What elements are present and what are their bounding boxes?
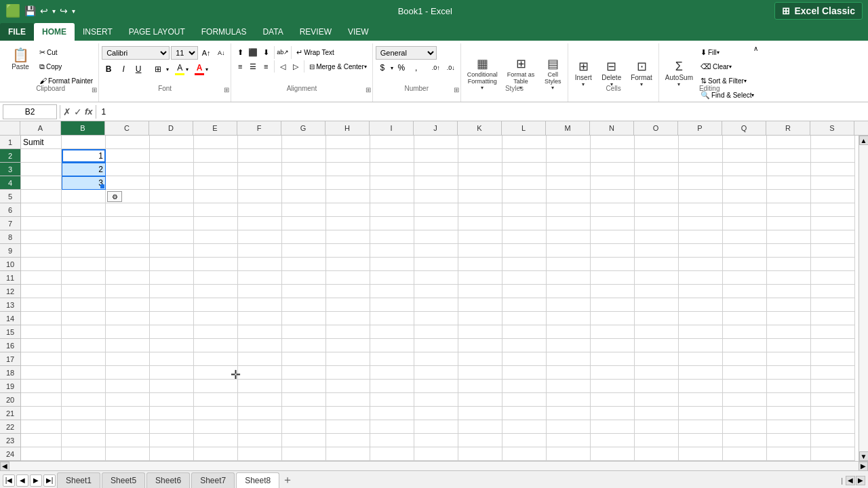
clear-dropdown-icon[interactable]: ▾ xyxy=(729,64,732,70)
cell-L21[interactable] xyxy=(502,407,547,420)
cell-G19[interactable] xyxy=(282,380,326,393)
cell-F14[interactable] xyxy=(238,312,282,325)
cell-O9[interactable] xyxy=(635,244,679,258)
cell-G15[interactable] xyxy=(282,325,326,339)
cell-Q19[interactable] xyxy=(723,380,767,393)
cancel-button[interactable]: ✗ xyxy=(63,106,71,117)
cell-D3[interactable] xyxy=(150,163,194,176)
cell-G6[interactable] xyxy=(282,203,326,217)
cell-F12[interactable] xyxy=(238,285,282,298)
cell-R23[interactable] xyxy=(767,434,811,447)
undo-icon[interactable]: ↩ xyxy=(40,5,48,16)
cell-N16[interactable] xyxy=(591,339,635,352)
cell-F21[interactable] xyxy=(238,407,282,420)
col-header-G[interactable]: G xyxy=(281,121,326,135)
cell-E10[interactable] xyxy=(194,258,238,271)
cell-C2[interactable] xyxy=(106,149,150,163)
cell-C18[interactable] xyxy=(106,366,150,380)
cell-A8[interactable] xyxy=(21,230,62,244)
cell-F3[interactable] xyxy=(238,163,282,176)
cell-M20[interactable] xyxy=(547,393,591,407)
cell-C3[interactable] xyxy=(106,163,150,176)
cell-N5[interactable] xyxy=(591,190,635,203)
cell-N4[interactable] xyxy=(591,176,635,190)
cell-N18[interactable] xyxy=(591,366,635,380)
cell-G17[interactable] xyxy=(282,352,326,366)
col-header-J[interactable]: J xyxy=(414,121,458,135)
cell-H23[interactable] xyxy=(326,434,370,447)
h-scrollbar-track[interactable] xyxy=(9,462,859,470)
cell-D2[interactable] xyxy=(150,149,194,163)
cell-B2[interactable]: 1 xyxy=(62,149,106,163)
cell-Q24[interactable] xyxy=(723,447,767,461)
paste-button[interactable]: 📋 Paste xyxy=(5,46,35,73)
cell-D10[interactable] xyxy=(150,258,194,271)
cell-S12[interactable] xyxy=(811,285,855,298)
cell-C5[interactable]: ⚙ xyxy=(106,190,150,203)
cell-D11[interactable] xyxy=(150,271,194,285)
cell-L2[interactable] xyxy=(502,149,547,163)
cell-Q4[interactable] xyxy=(723,176,767,190)
cell-G14[interactable] xyxy=(282,312,326,325)
cell-D5[interactable] xyxy=(150,190,194,203)
cell-E5[interactable] xyxy=(194,190,238,203)
cell-E7[interactable] xyxy=(194,217,238,230)
cell-L4[interactable] xyxy=(502,176,547,190)
cell-B15[interactable] xyxy=(62,325,106,339)
cell-F11[interactable] xyxy=(238,271,282,285)
cell-H11[interactable] xyxy=(326,271,370,285)
cell-E4[interactable] xyxy=(194,176,238,190)
cell-F7[interactable] xyxy=(238,217,282,230)
cell-S20[interactable] xyxy=(811,393,855,407)
cell-H15[interactable] xyxy=(326,325,370,339)
number-expand-icon[interactable]: ⊞ xyxy=(454,86,459,94)
cell-Q5[interactable] xyxy=(723,190,767,203)
cell-K4[interactable] xyxy=(458,176,502,190)
cell-L12[interactable] xyxy=(502,285,547,298)
fill-color-dropdown-icon[interactable]: ▾ xyxy=(186,66,189,73)
cell-R5[interactable] xyxy=(767,190,811,203)
cell-N21[interactable] xyxy=(591,407,635,420)
cell-H24[interactable] xyxy=(326,447,370,461)
cell-F19[interactable] xyxy=(238,380,282,393)
row-header-19[interactable]: 19 xyxy=(0,380,20,393)
cell-N13[interactable] xyxy=(591,298,635,312)
cell-E6[interactable] xyxy=(194,203,238,217)
col-header-A[interactable]: A xyxy=(20,121,61,135)
cell-S21[interactable] xyxy=(811,407,855,420)
cell-Q10[interactable] xyxy=(723,258,767,271)
cell-L7[interactable] xyxy=(502,217,547,230)
cell-M24[interactable] xyxy=(547,447,591,461)
cell-L10[interactable] xyxy=(502,258,547,271)
tab-view[interactable]: VIEW xyxy=(340,23,377,41)
cell-O5[interactable] xyxy=(635,190,679,203)
cell-L20[interactable] xyxy=(502,393,547,407)
cell-B18[interactable] xyxy=(62,366,106,380)
cell-A1[interactable]: Sumit xyxy=(21,136,62,149)
cell-C12[interactable] xyxy=(106,285,150,298)
cell-R10[interactable] xyxy=(767,258,811,271)
cell-N24[interactable] xyxy=(591,447,635,461)
cell-F6[interactable] xyxy=(238,203,282,217)
cell-D18[interactable] xyxy=(150,366,194,380)
col-header-F[interactable]: F xyxy=(237,121,281,135)
cell-D8[interactable] xyxy=(150,230,194,244)
underline-button[interactable]: U xyxy=(132,62,145,76)
cell-K21[interactable] xyxy=(458,407,502,420)
cell-I4[interactable] xyxy=(370,176,414,190)
cell-J2[interactable] xyxy=(414,149,458,163)
horizontal-scrollbar[interactable]: ◀ ▶ xyxy=(0,461,868,470)
cell-E12[interactable] xyxy=(194,285,238,298)
cell-G23[interactable] xyxy=(282,434,326,447)
cell-E11[interactable] xyxy=(194,271,238,285)
align-right-button[interactable]: ≡ xyxy=(260,60,272,73)
sheet-nav-first[interactable]: |◀ xyxy=(3,474,15,487)
row-header-1[interactable]: 1 xyxy=(0,136,20,149)
cell-G2[interactable] xyxy=(282,149,326,163)
row-header-10[interactable]: 10 xyxy=(0,258,20,271)
cell-B3[interactable]: 2 xyxy=(62,163,106,176)
cell-N10[interactable] xyxy=(591,258,635,271)
row-header-24[interactable]: 24 xyxy=(0,447,20,461)
cell-D1[interactable] xyxy=(150,136,194,149)
col-header-D[interactable]: D xyxy=(149,121,193,135)
